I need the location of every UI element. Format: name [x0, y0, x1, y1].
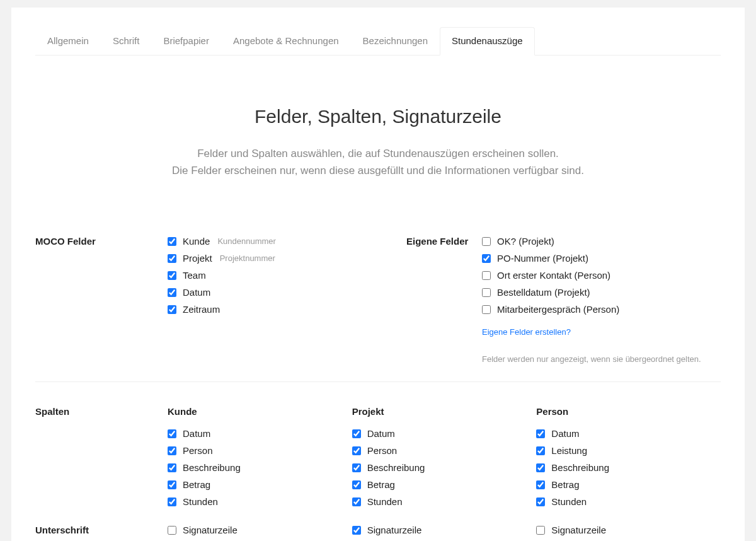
field-label: Projekt: [183, 253, 212, 264]
column-title: Kunde: [168, 406, 352, 417]
col-projekt-person[interactable]: Person: [352, 445, 537, 456]
field-ok-projekt[interactable]: OK? (Projekt): [482, 236, 721, 247]
col-kunde-person[interactable]: Person: [168, 445, 352, 456]
field-label: Datum: [367, 428, 395, 439]
col-kunde-betrag[interactable]: Betrag: [168, 479, 352, 490]
checkbox[interactable]: [536, 497, 545, 506]
checkbox[interactable]: [352, 446, 361, 455]
field-label: Betrag: [183, 479, 210, 490]
checkbox[interactable]: [352, 497, 361, 506]
field-label: Mitarbeitergespräch (Person): [497, 304, 619, 315]
page-title: Felder, Spalten, Signaturzeile: [35, 106, 721, 127]
field-label: Leistung: [551, 445, 587, 456]
col-projekt-beschreibung[interactable]: Beschreibung: [352, 462, 537, 473]
col-projekt-betrag[interactable]: Betrag: [352, 479, 537, 490]
checkbox-kunde[interactable]: [168, 237, 176, 246]
settings-panel: Allgemein Schrift Briefpapier Angebote &…: [11, 8, 745, 541]
field-projekt[interactable]: Projekt Projektnummer: [168, 253, 406, 264]
checkbox-po-nummer[interactable]: [482, 254, 491, 263]
col-person-betrag[interactable]: Betrag: [536, 479, 721, 490]
field-mitarbeitergespraech[interactable]: Mitarbeitergespräch (Person): [482, 304, 721, 315]
field-team[interactable]: Team: [168, 270, 406, 281]
checkbox-datum[interactable]: [168, 288, 176, 297]
field-label: Betrag: [367, 479, 395, 490]
tab-briefpapier[interactable]: Briefpapier: [151, 27, 221, 55]
fields-area: MOCO Felder Kunde Kundennummer Projekt P…: [35, 236, 721, 364]
column-title: Person: [536, 406, 721, 417]
field-label: Stunden: [183, 496, 218, 507]
field-datum[interactable]: Datum: [168, 287, 406, 298]
tab-bezeichnungen[interactable]: Bezeichnungen: [351, 27, 440, 55]
field-ort-kontakt[interactable]: Ort erster Kontakt (Person): [482, 270, 721, 281]
desc-line-1: Felder und Spalten auswählen, die auf St…: [35, 145, 721, 162]
tabs-bar: Allgemein Schrift Briefpapier Angebote &…: [35, 8, 721, 55]
field-label: Zeitraum: [183, 304, 220, 315]
signature-projekt[interactable]: Signaturzeile: [352, 525, 537, 535]
moco-fields-list: Kunde Kundennummer Projekt Projektnummer…: [168, 236, 406, 315]
column-group-projekt: Projekt Datum Person Beschreibung Betrag…: [352, 406, 537, 507]
col-kunde-stunden[interactable]: Stunden: [168, 496, 352, 507]
checkbox[interactable]: [168, 429, 176, 438]
checkbox-ort-kontakt[interactable]: [482, 271, 491, 280]
checkbox[interactable]: [536, 480, 545, 489]
checkbox[interactable]: [168, 526, 176, 535]
field-kunde[interactable]: Kunde Kundennummer: [168, 236, 406, 247]
checkbox-ok-projekt[interactable]: [482, 237, 491, 246]
checkbox-mitarbeitergespraech[interactable]: [482, 305, 491, 314]
checkbox[interactable]: [536, 446, 545, 455]
create-own-fields-link[interactable]: Eigene Felder erstellen?: [482, 327, 721, 337]
own-fields-hint: Felder werden nur angezeigt, wenn sie üb…: [482, 354, 721, 364]
col-projekt-stunden[interactable]: Stunden: [352, 496, 537, 507]
signature-person[interactable]: Signaturzeile: [536, 525, 721, 535]
tab-stundenauszuege[interactable]: Stundenauszüge: [440, 27, 535, 55]
field-label: Beschreibung: [367, 462, 425, 473]
checkbox-team[interactable]: [168, 271, 176, 280]
col-person-beschreibung[interactable]: Beschreibung: [536, 462, 721, 473]
field-label: Bestelldatum (Projekt): [497, 287, 590, 298]
tab-angebote-rechnungen[interactable]: Angebote & Rechnungen: [221, 27, 351, 55]
checkbox[interactable]: [352, 463, 361, 472]
page-description: Felder und Spalten auswählen, die auf St…: [35, 145, 721, 179]
tab-schrift[interactable]: Schrift: [101, 27, 152, 55]
checkbox-projekt[interactable]: [168, 254, 176, 263]
checkbox[interactable]: [352, 526, 361, 535]
moco-fields-label: MOCO Felder: [35, 236, 168, 247]
field-label: Signaturzeile: [183, 525, 238, 535]
checkbox[interactable]: [168, 480, 176, 489]
field-zeitraum[interactable]: Zeitraum: [168, 304, 406, 315]
checkbox[interactable]: [352, 480, 361, 489]
checkbox[interactable]: [536, 463, 545, 472]
col-person-datum[interactable]: Datum: [536, 428, 721, 439]
field-label: Team: [183, 270, 206, 281]
checkbox[interactable]: [536, 429, 545, 438]
checkbox-bestelldatum[interactable]: [482, 288, 491, 297]
field-label: Beschreibung: [183, 462, 241, 473]
field-label: OK? (Projekt): [497, 236, 554, 247]
desc-line-2: Die Felder erscheinen nur, wenn diese au…: [35, 162, 721, 179]
col-kunde-datum[interactable]: Datum: [168, 428, 352, 439]
col-person-stunden[interactable]: Stunden: [536, 496, 721, 507]
field-label: Person: [183, 445, 213, 456]
checkbox[interactable]: [168, 497, 176, 506]
signature-label: Unterschrift: [35, 525, 168, 535]
checkbox[interactable]: [168, 463, 176, 472]
columns-area: Spalten Kunde Datum Person Beschreibung …: [35, 406, 721, 507]
field-label: Signaturzeile: [367, 525, 422, 535]
checkbox[interactable]: [536, 526, 545, 535]
field-po-nummer[interactable]: PO-Nummer (Projekt): [482, 253, 721, 264]
field-label: Datum: [183, 287, 210, 298]
checkbox-zeitraum[interactable]: [168, 305, 176, 314]
field-label: Beschreibung: [551, 462, 609, 473]
field-label: Betrag: [551, 479, 579, 490]
checkbox[interactable]: [168, 446, 176, 455]
checkbox[interactable]: [352, 429, 361, 438]
tab-allgemein[interactable]: Allgemein: [35, 27, 101, 55]
col-projekt-datum[interactable]: Datum: [352, 428, 537, 439]
field-bestelldatum[interactable]: Bestelldatum (Projekt): [482, 287, 721, 298]
col-kunde-beschreibung[interactable]: Beschreibung: [168, 462, 352, 473]
separator: [35, 381, 721, 382]
signature-kunde[interactable]: Signaturzeile: [168, 525, 352, 535]
columns-label: Spalten: [35, 406, 168, 417]
col-person-leistung[interactable]: Leistung: [536, 445, 721, 456]
field-label: Datum: [551, 428, 579, 439]
